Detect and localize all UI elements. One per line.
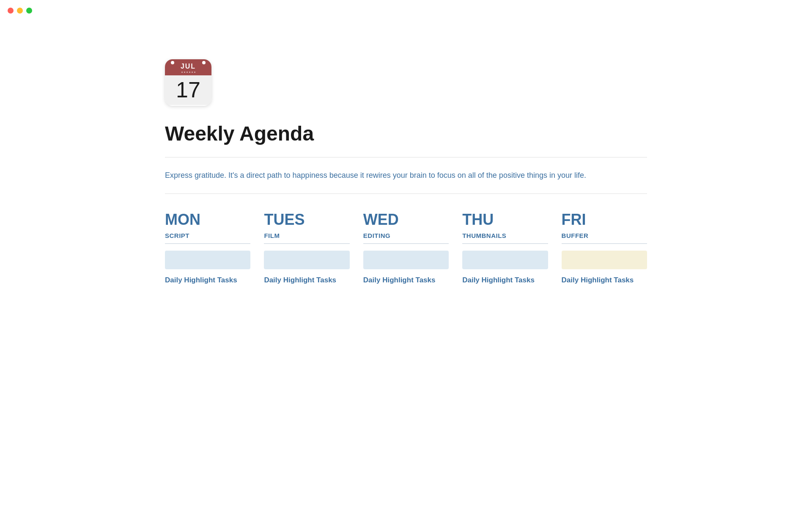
task-card-thu <box>462 251 548 269</box>
calendar-body: 17 <box>165 75 211 105</box>
main-content: JUL 17 Weekly Agenda Express gratitude. … <box>140 0 672 310</box>
task-card-wed <box>363 251 449 269</box>
day-column-mon: MON SCRIPT Daily Highlight Tasks <box>165 211 250 285</box>
day-task-thu: THUMBNAILS <box>462 232 548 239</box>
days-grid: MON SCRIPT Daily Highlight Tasks TUES FI… <box>165 211 647 285</box>
page-title: Weekly Agenda <box>165 123 647 145</box>
day-name-tues: TUES <box>264 211 349 229</box>
day-name-wed: WED <box>363 211 449 229</box>
traffic-lights <box>8 8 32 14</box>
task-link-tues[interactable]: Daily Highlight Tasks <box>264 275 349 285</box>
day-column-fri: FRI BUFFER Daily Highlight Tasks <box>562 211 647 285</box>
close-button[interactable] <box>8 8 14 14</box>
minimize-button[interactable] <box>17 8 23 14</box>
task-card-mon <box>165 251 250 269</box>
calendar-icon: JUL 17 <box>165 59 211 106</box>
task-link-mon[interactable]: Daily Highlight Tasks <box>165 275 250 285</box>
maximize-button[interactable] <box>26 8 32 14</box>
day-column-thu: THU THUMBNAILS Daily Highlight Tasks <box>462 211 548 285</box>
day-task-wed: EDITING <box>363 232 449 239</box>
day-name-mon: MON <box>165 211 250 229</box>
day-divider-tues <box>264 243 349 244</box>
day-task-tues: FILM <box>264 232 349 239</box>
calendar-header: JUL <box>165 59 211 75</box>
calendar-dots <box>165 72 211 73</box>
day-name-fri: FRI <box>562 211 647 229</box>
day-name-thu: THU <box>462 211 548 229</box>
quote-text: Express gratitude. It's a direct path to… <box>165 169 647 182</box>
task-link-thu[interactable]: Daily Highlight Tasks <box>462 275 548 285</box>
calendar-day: 17 <box>176 79 200 101</box>
task-card-tues <box>264 251 349 269</box>
divider-bottom <box>165 193 647 194</box>
day-divider-thu <box>462 243 548 244</box>
task-link-fri[interactable]: Daily Highlight Tasks <box>562 275 647 285</box>
day-divider-mon <box>165 243 250 244</box>
divider-top <box>165 157 647 157</box>
calendar-icon-wrapper: JUL 17 <box>165 59 647 106</box>
day-divider-fri <box>562 243 647 244</box>
day-column-tues: TUES FILM Daily Highlight Tasks <box>264 211 349 285</box>
task-link-wed[interactable]: Daily Highlight Tasks <box>363 275 449 285</box>
day-task-mon: SCRIPT <box>165 232 250 239</box>
day-column-wed: WED EDITING Daily Highlight Tasks <box>363 211 449 285</box>
day-divider-wed <box>363 243 449 244</box>
calendar-month: JUL <box>165 63 211 70</box>
task-card-fri <box>562 251 647 269</box>
day-task-fri: BUFFER <box>562 232 647 239</box>
